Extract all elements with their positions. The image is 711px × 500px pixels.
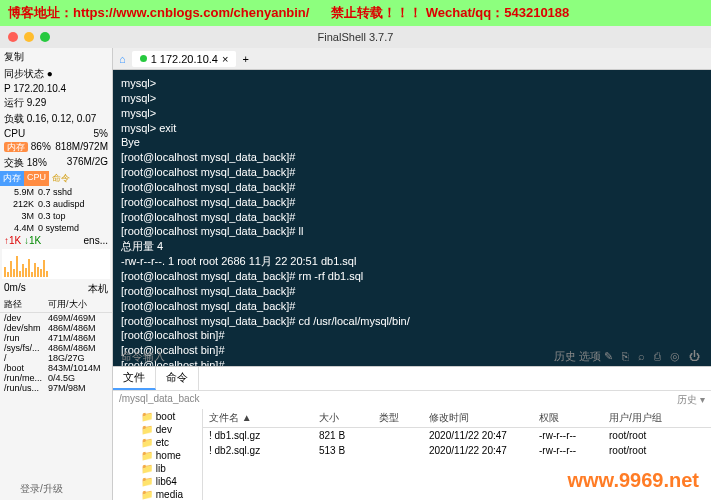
fs-row: /dev469M/469M xyxy=(0,313,112,323)
terminal-line: mysql> xyxy=(121,76,703,91)
terminal-line: [root@localhost mysql_data_back]# xyxy=(121,150,703,165)
fs-row: /sys/fs/...486M/486M xyxy=(0,343,112,353)
path-breadcrumb[interactable]: /mysql_data_back xyxy=(119,393,200,407)
process-row: 5.9M0.7 sshd xyxy=(0,186,112,198)
fs-row: /18G/27G xyxy=(0,353,112,363)
fs-row: /dev/shm486M/486M xyxy=(0,323,112,333)
cpu-row: CPU5% xyxy=(0,127,112,140)
terminal-footer: 命令输入 历史 选项 ✎ ⎘ ⌕ ⎙ ◎ ⏻ xyxy=(121,349,703,364)
maximize-icon[interactable] xyxy=(40,32,50,42)
file-list-header[interactable]: 文件名 ▲ 大小 类型 修改时间 权限 用户/用户组 xyxy=(203,409,711,428)
tree-item[interactable]: 📁 lib64 xyxy=(127,475,198,488)
tree-item[interactable]: 📁 media xyxy=(127,488,198,500)
process-row: 3M0.3 top xyxy=(0,210,112,222)
sidebar: 复制 同步状态 ● P 172.20.10.4 运行 9.29 负载 0.16,… xyxy=(0,48,113,500)
terminal[interactable]: mysql>mysql>mysql>mysql> exitBye[root@lo… xyxy=(113,70,711,366)
terminal-line: mysql> xyxy=(121,91,703,106)
session-tabs: ⌂ 1 172.20.10.4 × + xyxy=(113,48,711,70)
terminal-line: [root@localhost mysql_data_back]# xyxy=(121,165,703,180)
terminal-line: [root@localhost mysql_data_back]# rm -rf… xyxy=(121,269,703,284)
window-title: FinalShell 3.7.7 xyxy=(318,31,394,43)
terminal-line: [root@localhost mysql_data_back]# ll xyxy=(121,224,703,239)
history-dropdown[interactable]: 历史 ▾ xyxy=(677,393,705,407)
session-tab[interactable]: 1 172.20.10.4 × xyxy=(132,51,237,67)
tab-cmd[interactable]: 命令 xyxy=(49,171,73,186)
resource-tabs[interactable]: 内存 CPU 命令 xyxy=(0,171,112,186)
add-tab-icon[interactable]: + xyxy=(242,53,248,65)
fs-row: /boot843M/1014M xyxy=(0,363,112,373)
tree-item[interactable]: 📁 lib xyxy=(127,462,198,475)
fs-row: /run/me...0/4.5G xyxy=(0,373,112,383)
disk-row: 0m/s本机 xyxy=(0,281,112,297)
history-link[interactable]: 历史 xyxy=(554,350,576,362)
net-row: ↑1K ↓1K ens... xyxy=(0,234,112,247)
sparkline-chart xyxy=(2,249,110,279)
file-row[interactable]: ! db1.sql.gz821 B2020/11/22 20:47-rw-r--… xyxy=(203,428,711,443)
folder-tree[interactable]: 📁 boot📁 dev📁 etc📁 home📁 lib📁 lib64📁 medi… xyxy=(113,409,203,500)
window-titlebar: FinalShell 3.7.7 xyxy=(0,26,711,48)
load-avg: 负载 0.16, 0.12, 0.07 xyxy=(0,111,112,127)
file-row[interactable]: ! db2.sql.gz513 B2020/11/22 20:47-rw-r--… xyxy=(203,443,711,458)
sync-status: 同步状态 ● xyxy=(0,66,112,82)
options-link[interactable]: 选项 xyxy=(579,350,601,362)
watermark-banner: 博客地址：https://www.cnblogs.com/chenyanbin/… xyxy=(0,0,711,26)
traffic-lights[interactable] xyxy=(8,32,50,42)
terminal-line: [root@localhost mysql_data_back]# xyxy=(121,195,703,210)
tree-item[interactable]: 📁 etc xyxy=(127,436,198,449)
tab-files[interactable]: 文件 xyxy=(113,367,156,390)
tab-commands[interactable]: 命令 xyxy=(156,367,199,390)
process-row: 4.4M0 systemd xyxy=(0,222,112,234)
tab-memory[interactable]: 内存 xyxy=(0,171,24,186)
terminal-line: [root@localhost mysql_data_back]# xyxy=(121,284,703,299)
fs-row: /run471M/486M xyxy=(0,333,112,343)
terminal-line: [root@localhost bin]# xyxy=(121,328,703,343)
terminal-line: 总用量 4 xyxy=(121,239,703,254)
ip-address: P 172.20.10.4 xyxy=(0,82,112,95)
terminal-line: Bye xyxy=(121,135,703,150)
copy-label[interactable]: 复制 xyxy=(0,48,112,66)
login-link[interactable]: 登录/升级 xyxy=(20,482,63,496)
close-icon[interactable] xyxy=(8,32,18,42)
tree-item[interactable]: 📁 boot xyxy=(127,410,198,423)
input-hint: 命令输入 xyxy=(121,349,165,364)
terminal-line: mysql> xyxy=(121,106,703,121)
swap-row: 交换 18%376M/2G xyxy=(0,155,112,171)
terminal-line: -rw-r--r--. 1 root root 2686 11月 22 20:5… xyxy=(121,254,703,269)
home-icon[interactable]: ⌂ xyxy=(119,53,126,65)
mem-row: 内存 86%818M/972M xyxy=(0,140,112,155)
uptime: 运行 9.29 xyxy=(0,95,112,111)
terminal-line: [root@localhost mysql_data_back]# xyxy=(121,210,703,225)
terminal-line: [root@localhost mysql_data_back]# xyxy=(121,180,703,195)
toolbar-icons[interactable]: ✎ ⎘ ⌕ ⎙ ◎ ⏻ xyxy=(604,350,703,362)
tab-cpu[interactable]: CPU xyxy=(24,171,49,186)
terminal-line: [root@localhost mysql_data_back]# xyxy=(121,299,703,314)
fs-row: /run/us...97M/98M xyxy=(0,383,112,393)
terminal-line: [root@localhost mysql_data_back]# cd /us… xyxy=(121,314,703,329)
minimize-icon[interactable] xyxy=(24,32,34,42)
tree-item[interactable]: 📁 home xyxy=(127,449,198,462)
terminal-line: mysql> exit xyxy=(121,121,703,136)
process-row: 212K0.3 audispd xyxy=(0,198,112,210)
close-tab-icon[interactable]: × xyxy=(222,53,228,65)
status-dot-icon xyxy=(140,55,147,62)
fs-table: 路径可用/大小 /dev469M/469M/dev/shm486M/486M/r… xyxy=(0,297,112,393)
watermark-text: www.9969.net xyxy=(567,469,699,492)
tree-item[interactable]: 📁 dev xyxy=(127,423,198,436)
